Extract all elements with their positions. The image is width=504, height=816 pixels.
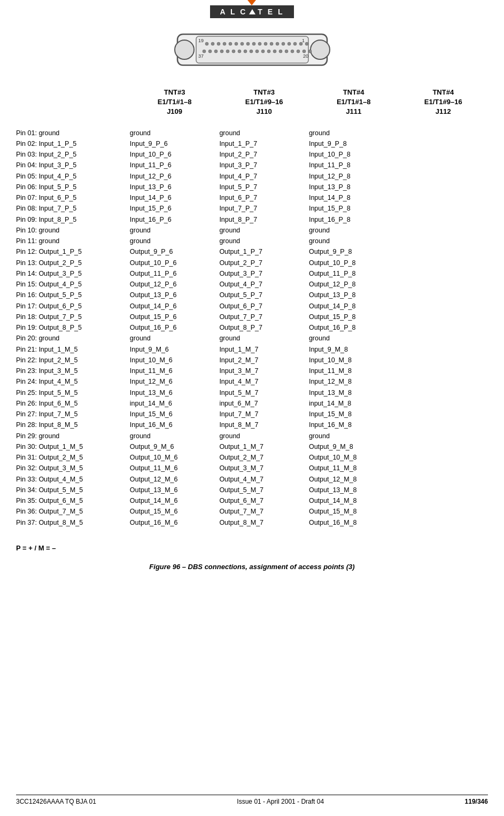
pin-row-c1-36: Output_16_M_6 bbox=[130, 517, 220, 528]
pin-row-pin-9: Pin 10: ground bbox=[16, 225, 130, 236]
pin-row-c3-31: Output_11_M_8 bbox=[309, 463, 399, 473]
pin-row-c3-2: Input_10_P_8 bbox=[309, 149, 399, 160]
pin-row-c2-3: Input_3_P_7 bbox=[219, 160, 309, 170]
svg-text:20: 20 bbox=[303, 53, 308, 59]
svg-marker-0 bbox=[249, 9, 255, 14]
pin-col-3: groundInput_9_P_8Input_10_P_8Input_11_P_… bbox=[309, 128, 399, 528]
pin-row-pin-2: Pin 03: Input_2_P_5 bbox=[16, 149, 130, 160]
pin-row-c1-1: Input_9_P_6 bbox=[130, 138, 220, 149]
pin-row-c1-20: Input_9_M_6 bbox=[130, 344, 220, 355]
pin-row-c2-14: Output_4_P_7 bbox=[219, 279, 309, 290]
connector-diagram: 19 1 bbox=[169, 29, 335, 72]
svg-text:19: 19 bbox=[198, 38, 204, 43]
pin-row-pin-32: Pin 33: Output_4_M_5 bbox=[16, 474, 130, 485]
footer-right: 119/346 bbox=[465, 798, 488, 805]
pin-row-c2-7: Input_7_P_7 bbox=[219, 203, 309, 214]
pin-row-c1-10: ground bbox=[130, 236, 220, 246]
pin-row-c1-6: Input_14_P_6 bbox=[130, 192, 220, 203]
col4-line1: TNT#4 bbox=[398, 88, 488, 97]
pin-row-c3-23: Input_12_M_8 bbox=[309, 376, 399, 387]
pin-row-c3-11: Output_9_P_8 bbox=[309, 246, 399, 257]
svg-point-42 bbox=[303, 50, 306, 53]
pin-row-c1-34: Output_14_M_6 bbox=[130, 495, 220, 506]
pin-row-c2-28: ground bbox=[219, 431, 309, 441]
pin-row-c2-17: Output_7_P_7 bbox=[219, 312, 309, 322]
pin-row-pin-10: Pin 11: ground bbox=[16, 236, 130, 246]
pin-row-c3-24: Input_13_M_8 bbox=[309, 387, 399, 398]
pin-row-pin-7: Pin 08: Input_7_P_5 bbox=[16, 203, 130, 214]
svg-rect-4 bbox=[196, 36, 308, 63]
pin-row-c2-11: Output_1_P_7 bbox=[219, 246, 309, 257]
pin-row-pin-6: Pin 07: Input_6_P_5 bbox=[16, 192, 130, 203]
pin-row-c3-10: ground bbox=[309, 236, 399, 246]
pin-row-pin-4: Pin 05: Input_4_P_5 bbox=[16, 171, 130, 182]
pin-row-c2-13: Output_3_P_7 bbox=[219, 268, 309, 279]
pin-row-pin-29: Pin 30: Output_1_M_5 bbox=[16, 441, 130, 452]
pin-row-c1-32: Output_12_M_6 bbox=[130, 474, 220, 485]
col-header-1: TNT#3 E1/T1#1–8 J109 bbox=[130, 88, 220, 117]
pin-row-c2-4: Input_4_P_7 bbox=[219, 171, 309, 182]
col4-line3: J112 bbox=[398, 107, 488, 116]
logo-triangle-inner-icon bbox=[249, 8, 256, 15]
svg-point-23 bbox=[305, 42, 308, 45]
svg-point-2 bbox=[175, 40, 194, 59]
svg-point-40 bbox=[291, 50, 294, 53]
svg-point-8 bbox=[217, 42, 220, 45]
pin-row-c3-16: Output_14_P_8 bbox=[309, 301, 399, 312]
pin-row-c3-34: Output_14_M_8 bbox=[309, 495, 399, 506]
figure-caption: Figure 96 – DBS connections, assignment … bbox=[0, 563, 504, 571]
pin-col-2: groundInput_1_P_7Input_2_P_7Input_3_P_7I… bbox=[219, 128, 309, 528]
pin-row-c2-34: Output_6_M_7 bbox=[219, 495, 309, 506]
logo-label-2: T E L bbox=[258, 7, 284, 16]
svg-point-39 bbox=[285, 50, 288, 53]
pin-row-c1-18: Output_16_P_6 bbox=[130, 322, 220, 333]
logo-text: A L C T E L bbox=[210, 5, 293, 18]
svg-point-13 bbox=[246, 42, 250, 45]
pin-row-pin-8: Pin 09: Input_8_P_5 bbox=[16, 214, 130, 225]
pin-row-c2-29: Output_1_M_7 bbox=[219, 441, 309, 452]
pin-row-pin-16: Pin 17: Output_6_P_5 bbox=[16, 301, 130, 312]
svg-point-20 bbox=[288, 42, 291, 45]
pin-row-c2-23: Input_4_M_7 bbox=[219, 376, 309, 387]
svg-point-31 bbox=[238, 50, 241, 53]
pin-row-c2-12: Output_2_P_7 bbox=[219, 258, 309, 268]
logo-label: A L C bbox=[220, 7, 247, 16]
pin-row-c1-16: Output_14_P_6 bbox=[130, 301, 220, 312]
pin-row-c2-30: Output_2_M_7 bbox=[219, 452, 309, 463]
pin-row-c2-24: Input_5_M_7 bbox=[219, 387, 309, 398]
pin-row-pin-31: Pin 32: Output_3_M_5 bbox=[16, 463, 130, 473]
pin-row-c2-36: Output_8_M_7 bbox=[219, 517, 309, 528]
pin-row-pin-1: Pin 02: Input_1_P_5 bbox=[16, 138, 130, 149]
svg-point-41 bbox=[297, 50, 300, 53]
pin-row-c2-19: ground bbox=[219, 333, 309, 344]
pin-row-c2-8: Input_8_P_7 bbox=[219, 214, 309, 225]
col2-line1: TNT#3 bbox=[219, 88, 309, 97]
pin-table: Pin 01: groundPin 02: Input_1_P_5Pin 03:… bbox=[0, 128, 504, 528]
column-headers: TNT#3 E1/T1#1–8 J109 TNT#3 E1/T1#9–16 J1… bbox=[0, 88, 504, 117]
pin-row-c3-4: Input_12_P_8 bbox=[309, 171, 399, 182]
pin-row-c1-31: Output_11_M_6 bbox=[130, 463, 220, 473]
svg-point-26 bbox=[208, 50, 212, 53]
pin-row-c1-29: Output_9_M_6 bbox=[130, 441, 220, 452]
formula-text: P = + / M = – bbox=[16, 544, 56, 552]
svg-point-35 bbox=[261, 50, 265, 53]
svg-point-33 bbox=[250, 50, 253, 53]
svg-point-36 bbox=[267, 50, 270, 53]
svg-point-17 bbox=[270, 42, 273, 45]
pin-row-pin-18: Pin 19: Output_8_P_5 bbox=[16, 322, 130, 333]
pin-row-c3-27: Input_16_M_8 bbox=[309, 419, 399, 430]
col1-line1: TNT#3 bbox=[130, 88, 220, 97]
pin-row-c3-12: Output_10_P_8 bbox=[309, 258, 399, 268]
pin-row-c1-28: ground bbox=[130, 431, 220, 441]
pin-row-c3-13: Output_11_P_8 bbox=[309, 268, 399, 279]
pin-row-pin-23: Pin 24: Input_4_M_5 bbox=[16, 376, 130, 387]
svg-point-18 bbox=[276, 42, 279, 45]
pin-row-c2-5: Input_5_P_7 bbox=[219, 182, 309, 192]
svg-point-19 bbox=[282, 42, 285, 45]
pin-row-c1-19: ground bbox=[130, 333, 220, 344]
pin-row-c2-16: Output_6_P_7 bbox=[219, 301, 309, 312]
pin-row-pin-5: Pin 06: Input_5_P_5 bbox=[16, 182, 130, 192]
svg-point-11 bbox=[235, 42, 238, 45]
pin-row-c3-7: Input_15_P_8 bbox=[309, 203, 399, 214]
pin-row-c2-25: input_6_M_7 bbox=[219, 398, 309, 409]
